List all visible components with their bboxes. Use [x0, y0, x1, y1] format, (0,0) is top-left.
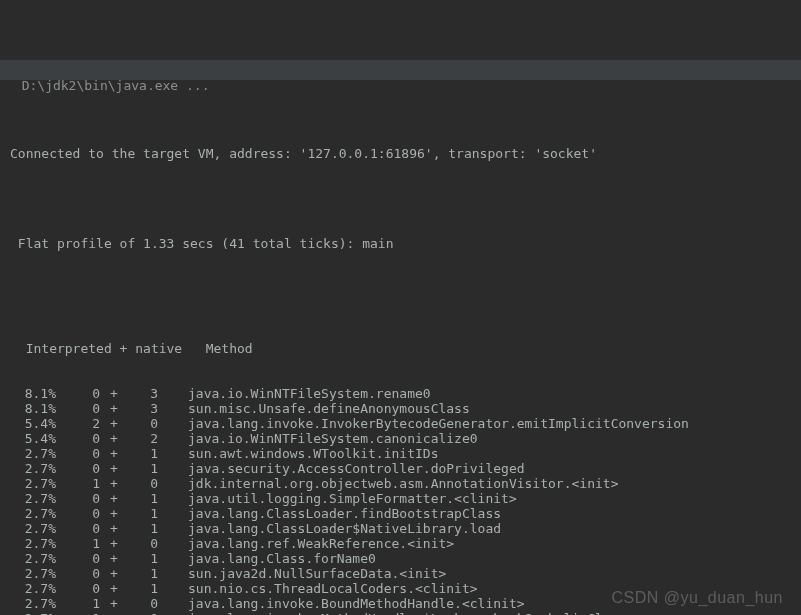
col-a: 1 — [70, 596, 100, 611]
col-pct: 2.7% — [10, 461, 56, 476]
col-pct: 2.7% — [10, 611, 56, 615]
profile-row: 2.7%0+1sun.java2d.NullSurfaceData.<init> — [10, 566, 801, 581]
profile-row: 2.7%1+0java.lang.ref.WeakReference.<init… — [10, 536, 801, 551]
col-a: 0 — [70, 551, 100, 566]
col-method: java.security.AccessController.doPrivile… — [188, 461, 525, 476]
col-b: 1 — [128, 551, 158, 566]
profile-row: 8.1%0+3java.io.WinNTFileSystem.rename0 — [10, 386, 801, 401]
col-pct: 2.7% — [10, 521, 56, 536]
col-method: java.lang.invoke.BoundMethodHandle.<clin… — [188, 596, 525, 611]
plus-sign: + — [100, 581, 128, 596]
col-a: 0 — [70, 581, 100, 596]
col-a: 1 — [70, 476, 100, 491]
profile-row: 8.1%0+3sun.misc.Unsafe.defineAnonymousCl… — [10, 401, 801, 416]
col-method: java.util.logging.SimpleFormatter.<clini… — [188, 491, 517, 506]
col-method: java.lang.Class.forName0 — [188, 551, 376, 566]
plus-sign: + — [100, 446, 128, 461]
col-b: 0 — [128, 476, 158, 491]
col-a: 0 — [70, 506, 100, 521]
profile-row: 2.7%1+0java.lang.invoke.BoundMethodHandl… — [10, 596, 801, 611]
profile-row: 2.7%0+1sun.nio.cs.ThreadLocalCoders.<cli… — [10, 581, 801, 596]
col-pct: 2.7% — [10, 506, 56, 521]
col-pct: 2.7% — [10, 596, 56, 611]
profile-row: 2.7%0+1java.util.logging.SimpleFormatter… — [10, 491, 801, 506]
plus-sign: + — [100, 416, 128, 431]
col-a: 0 — [70, 521, 100, 536]
profile-row: 5.4%2+0java.lang.invoke.InvokerBytecodeG… — [10, 416, 801, 431]
col-b: 1 — [128, 566, 158, 581]
plus-sign: + — [100, 521, 128, 536]
plus-sign: + — [100, 461, 128, 476]
col-pct: 2.7% — [10, 476, 56, 491]
blank-line — [10, 281, 801, 296]
col-pct: 2.7% — [10, 581, 56, 596]
profile-row: 2.7%0+1java.lang.ClassLoader$NativeLibra… — [10, 521, 801, 536]
col-a: 1 — [70, 611, 100, 615]
plus-sign: + — [100, 596, 128, 611]
col-b: 3 — [128, 386, 158, 401]
console-output[interactable]: Connected to the target VM, address: '12… — [0, 110, 801, 615]
col-method: java.io.WinNTFileSystem.canonicalize0 — [188, 431, 478, 446]
plus-sign: + — [100, 611, 128, 615]
col-method: java.lang.invoke.InvokerBytecodeGenerato… — [188, 416, 689, 431]
col-a: 2 — [70, 416, 100, 431]
col-method: sun.misc.Unsafe.defineAnonymousClass — [188, 401, 470, 416]
col-b: 1 — [128, 446, 158, 461]
col-b: 0 — [128, 596, 158, 611]
col-method: java.io.WinNTFileSystem.rename0 — [188, 386, 431, 401]
title-bar: D:\jdk2\bin\java.exe ... — [0, 60, 801, 80]
profile-row: 2.7%1+0java.lang.invoke.MethodHandles$Lo… — [10, 611, 801, 615]
plus-sign: + — [100, 476, 128, 491]
col-a: 0 — [70, 446, 100, 461]
col-b: 1 — [128, 461, 158, 476]
plus-sign: + — [100, 536, 128, 551]
col-a: 1 — [70, 536, 100, 551]
profile-row: 2.7%0+1java.lang.ClassLoader.findBootstr… — [10, 506, 801, 521]
col-method: java.lang.ClassLoader$NativeLibrary.load — [188, 521, 501, 536]
connected-line: Connected to the target VM, address: '12… — [10, 146, 801, 161]
col-a: 0 — [70, 461, 100, 476]
col-a: 0 — [70, 431, 100, 446]
col-pct: 2.7% — [10, 551, 56, 566]
col-method: jdk.internal.org.objectweb.asm.Annotatio… — [188, 476, 618, 491]
profile-row: 5.4%0+2java.io.WinNTFileSystem.canonical… — [10, 431, 801, 446]
col-pct: 5.4% — [10, 431, 56, 446]
col-pct: 5.4% — [10, 416, 56, 431]
col-b: 1 — [128, 491, 158, 506]
col-method: sun.java2d.NullSurfaceData.<init> — [188, 566, 446, 581]
col-b: 0 — [128, 536, 158, 551]
col-a: 0 — [70, 566, 100, 581]
plus-sign: + — [100, 491, 128, 506]
col-method: java.lang.invoke.MethodHandles$Lookup.ch… — [188, 611, 626, 615]
col-b: 3 — [128, 401, 158, 416]
col-b: 1 — [128, 581, 158, 596]
profile-row: 2.7%0+1java.lang.Class.forName0 — [10, 551, 801, 566]
col-b: 1 — [128, 506, 158, 521]
col-pct: 2.7% — [10, 566, 56, 581]
profile-row: 2.7%0+1java.security.AccessController.do… — [10, 461, 801, 476]
col-method: sun.awt.windows.WToolkit.initIDs — [188, 446, 438, 461]
col-pct: 8.1% — [10, 386, 56, 401]
col-a: 0 — [70, 491, 100, 506]
plus-sign: + — [100, 401, 128, 416]
profile-row: 2.7%0+1sun.awt.windows.WToolkit.initIDs — [10, 446, 801, 461]
col-pct: 2.7% — [10, 536, 56, 551]
col-b: 0 — [128, 416, 158, 431]
col-a: 0 — [70, 401, 100, 416]
col-b: 2 — [128, 431, 158, 446]
plus-sign: + — [100, 506, 128, 521]
plus-sign: + — [100, 566, 128, 581]
col-a: 0 — [70, 386, 100, 401]
blank-line — [10, 191, 801, 206]
plus-sign: + — [100, 551, 128, 566]
plus-sign: + — [100, 386, 128, 401]
col-pct: 2.7% — [10, 446, 56, 461]
profile-title-line: Flat profile of 1.33 secs (41 total tick… — [10, 236, 801, 251]
plus-sign: + — [100, 431, 128, 446]
profile-row: 2.7%1+0jdk.internal.org.objectweb.asm.An… — [10, 476, 801, 491]
col-method: sun.nio.cs.ThreadLocalCoders.<clinit> — [188, 581, 478, 596]
col-pct: 2.7% — [10, 491, 56, 506]
col-pct: 8.1% — [10, 401, 56, 416]
col-method: java.lang.ref.WeakReference.<init> — [188, 536, 454, 551]
col-method: java.lang.ClassLoader.findBootstrapClass — [188, 506, 501, 521]
